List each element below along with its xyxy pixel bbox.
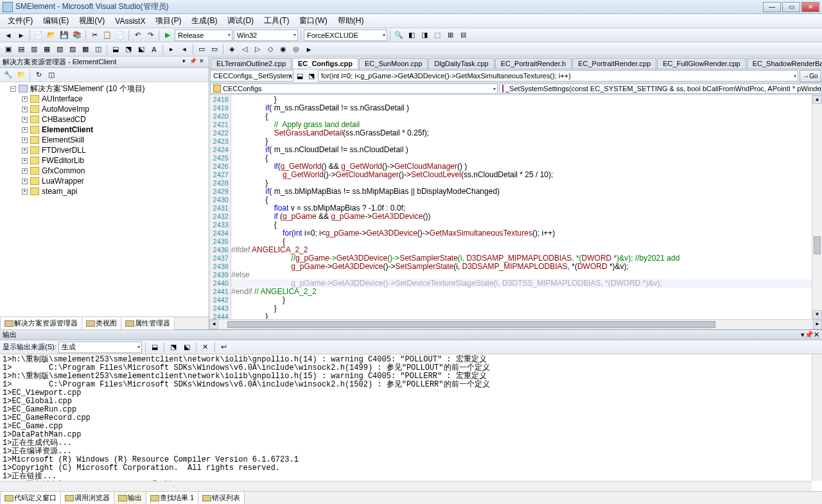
panel-tab[interactable]: 类视图 — [82, 317, 121, 330]
editor-tab[interactable]: EC_Configs.cpp — [292, 58, 358, 69]
exclude-dropdown[interactable]: ForceEXCLUDE — [304, 30, 387, 41]
menu-item[interactable]: 工具(T) — [259, 14, 294, 28]
expand-icon[interactable]: + — [22, 107, 28, 112]
panel-close-icon[interactable]: ✕ — [197, 58, 206, 67]
find-dropdown[interactable]: for(int i=0; i<g_pGame->GetA3DDevice()->… — [318, 70, 798, 82]
tb2-icon-10[interactable]: ⬔ — [123, 44, 134, 55]
start-debug-button[interactable]: ▶ — [162, 30, 173, 41]
bookmark-toggle[interactable]: ◈ — [226, 44, 238, 55]
class-dropdown[interactable]: CECConfigs — [210, 83, 498, 94]
forward-button[interactable]: ► — [15, 30, 27, 41]
project-item[interactable]: +LuaWrapper — [0, 176, 209, 186]
go-button[interactable]: →Go — [800, 70, 821, 82]
tb-icon-1[interactable]: ◧ — [406, 30, 417, 41]
close-button[interactable]: ✕ — [801, 2, 819, 12]
solution-tree[interactable]: − 解决方案'SMElement' (10 个项目) +AUInterface+… — [0, 82, 209, 317]
output-pin-icon[interactable]: 📌 — [805, 331, 814, 339]
find-button[interactable]: 🔍 — [393, 30, 405, 41]
save-button[interactable]: 💾 — [58, 30, 70, 41]
menu-item[interactable]: VAssistX — [110, 15, 150, 27]
tb2-icon-5[interactable]: ▧ — [54, 44, 66, 55]
tb2-icon-7[interactable]: ▩ — [80, 44, 91, 55]
uncomment-button[interactable]: ▭ — [209, 44, 220, 55]
tb2-icon-8[interactable]: ◫ — [92, 44, 104, 55]
panel-pin-icon[interactable]: 📌 — [188, 58, 197, 67]
output-btn-3[interactable]: ⬕ — [181, 342, 193, 353]
menu-item[interactable]: 文件(F) — [3, 14, 38, 28]
expand-icon[interactable]: + — [22, 137, 28, 143]
redo-button[interactable]: ↷ — [144, 30, 156, 41]
output-tab[interactable]: 查找结果 1 — [146, 491, 198, 504]
output-source-dropdown[interactable]: 生成 — [58, 342, 142, 353]
project-item[interactable]: +ElementClient — [0, 125, 209, 135]
panel-tab[interactable]: 属性管理器 — [121, 317, 175, 330]
panel-dropdown-icon[interactable]: ▾ — [179, 58, 188, 67]
cut-button[interactable]: ✂ — [89, 30, 100, 41]
tb-icon-5[interactable]: ⊟ — [457, 30, 469, 41]
expand-icon[interactable]: + — [22, 178, 28, 184]
tb2-icon-9[interactable]: ⬓ — [110, 44, 121, 55]
project-item[interactable]: +AUInterface — [0, 94, 209, 104]
editor-tab[interactable]: EC_ShadowRenderBase.cpp — [747, 58, 822, 69]
hscroll-thumb[interactable] — [227, 321, 715, 328]
tb2-icon-11[interactable]: ⬕ — [136, 44, 147, 55]
config-dropdown[interactable]: Release — [175, 30, 232, 41]
scope-dropdown[interactable]: CECConfigs._SetSystemSe — [210, 70, 293, 82]
expand-icon[interactable]: + — [22, 189, 28, 195]
scroll-down-icon[interactable]: ▼ — [812, 310, 822, 319]
scroll-left-icon[interactable]: ◄ — [209, 320, 218, 329]
expand-icon[interactable]: + — [22, 117, 28, 123]
project-item[interactable]: +steam_api — [0, 186, 209, 196]
tb2-icon-2[interactable]: ▤ — [15, 44, 27, 55]
tb2-icon-end3[interactable]: ► — [303, 44, 315, 55]
nav-btn-2[interactable]: ⬔ — [306, 70, 317, 82]
maximize-button[interactable]: ▭ — [782, 2, 800, 12]
output-tab[interactable]: 代码定义窗口 — [0, 491, 61, 504]
tb-icon-3[interactable]: ⬚ — [432, 30, 443, 41]
tb2-icon-4[interactable]: ▦ — [41, 44, 53, 55]
project-item[interactable]: +ElementSkill — [0, 135, 209, 145]
output-tab[interactable]: 调用浏览器 — [60, 491, 114, 504]
nav-btn-1[interactable]: ⬓ — [294, 70, 306, 82]
menu-item[interactable]: 生成(B) — [186, 14, 222, 28]
project-item[interactable]: +CHBasedCD — [0, 114, 209, 125]
expand-icon[interactable]: − — [10, 86, 16, 92]
se-properties-button[interactable]: 🔧 — [3, 69, 14, 81]
tb-icon-4[interactable]: ⊞ — [444, 30, 456, 41]
code-editor[interactable]: 2418241924202421242224232424242524262427… — [209, 95, 822, 319]
tb2-icon-12[interactable]: A — [148, 44, 160, 55]
editor-hscroll[interactable]: ◄ ► — [209, 319, 822, 329]
undo-button[interactable]: ↶ — [132, 30, 143, 41]
output-text[interactable]: 1>h:\重制版\smelement253\smelementclient\ne… — [0, 354, 822, 491]
outdent-button[interactable]: ◂ — [179, 44, 190, 55]
expand-icon[interactable]: + — [22, 158, 28, 164]
expand-icon[interactable]: + — [22, 96, 28, 102]
output-hscroll[interactable] — [0, 481, 812, 491]
tb2-icon-end2[interactable]: ◎ — [290, 44, 302, 55]
scroll-up-icon[interactable]: ▲ — [812, 95, 822, 104]
vscroll-thumb[interactable] — [814, 236, 821, 254]
editor-tab[interactable]: ELTerrainOutline2.cpp — [211, 58, 292, 69]
editor-tab[interactable]: EC_PortraitRender.h — [495, 58, 572, 69]
output-tab[interactable]: 输出 — [114, 491, 146, 504]
bookmark-next[interactable]: ▷ — [252, 44, 263, 55]
bookmark-clear[interactable]: ◇ — [265, 44, 276, 55]
se-view-button[interactable]: ◫ — [46, 69, 57, 81]
paste-button[interactable]: 📄 — [114, 30, 126, 41]
menu-item[interactable]: 调试(D) — [222, 14, 259, 28]
output-vscroll[interactable] — [812, 354, 822, 481]
expand-icon[interactable]: + — [22, 127, 28, 133]
se-refresh-button[interactable]: ↻ — [33, 69, 44, 81]
project-item[interactable]: +FTDriverDLL — [0, 145, 209, 155]
output-close-icon[interactable]: ✕ — [814, 331, 819, 339]
tb-icon-2[interactable]: ◨ — [419, 30, 430, 41]
menu-item[interactable]: 视图(V) — [74, 14, 110, 28]
bookmark-prev[interactable]: ◁ — [239, 44, 250, 55]
editor-tab[interactable]: DlgDailyTask.cpp — [428, 58, 494, 69]
save-all-button[interactable]: 📚 — [71, 30, 83, 41]
project-item[interactable]: +FWEditorLib — [0, 155, 209, 166]
menu-item[interactable]: 帮助(H) — [333, 14, 369, 28]
editor-tab[interactable]: EC_FullGlowRender.cpp — [657, 58, 746, 69]
output-clear-button[interactable]: ✕ — [200, 342, 211, 353]
editor-tab[interactable]: EC_SunMoon.cpp — [359, 58, 428, 69]
